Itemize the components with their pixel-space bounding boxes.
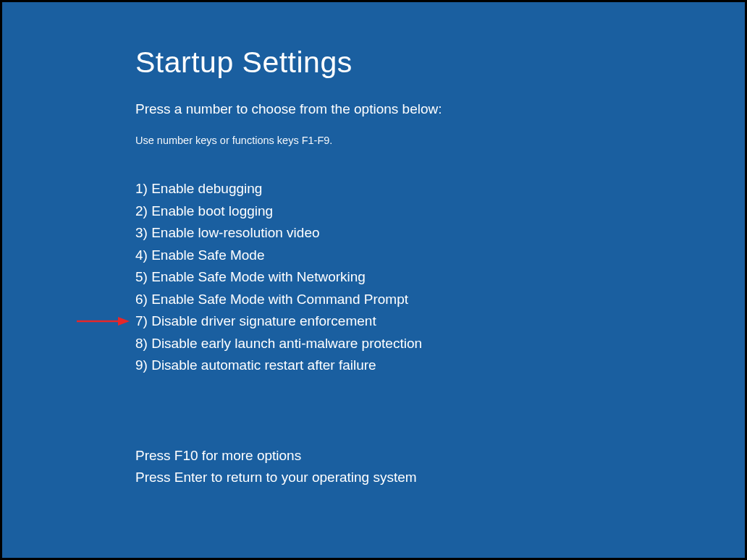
arrow-icon	[76, 316, 130, 326]
startup-settings-screen: Startup Settings Press a number to choos…	[2, 2, 745, 558]
instruction-text: Press a number to choose from the option…	[135, 101, 745, 117]
footer-line-1: Press Enter to return to your operating …	[135, 467, 745, 489]
option-8[interactable]: 8) Disable early launch anti-malware pro…	[135, 333, 745, 355]
option-9[interactable]: 9) Disable automatic restart after failu…	[135, 355, 745, 377]
option-6[interactable]: 6) Enable Safe Mode with Command Prompt	[135, 289, 745, 311]
options-list: 1) Enable debugging2) Enable boot loggin…	[135, 178, 745, 377]
footer-section: Press F10 for more optionsPress Enter to…	[135, 445, 745, 489]
option-7[interactable]: 7) Disable driver signature enforcement	[135, 310, 745, 333]
option-5[interactable]: 5) Enable Safe Mode with Networking	[135, 266, 745, 289]
option-4[interactable]: 4) Enable Safe Mode	[135, 245, 745, 267]
option-1[interactable]: 1) Enable debugging	[135, 178, 745, 200]
option-3[interactable]: 3) Enable low-resolution video	[135, 222, 745, 245]
footer-line-0: Press F10 for more options	[135, 445, 745, 467]
option-2[interactable]: 2) Enable boot logging	[135, 200, 745, 223]
svg-marker-1	[118, 317, 130, 326]
hint-text: Use number keys or functions keys F1-F9.	[135, 135, 745, 146]
page-title: Startup Settings	[135, 46, 745, 80]
